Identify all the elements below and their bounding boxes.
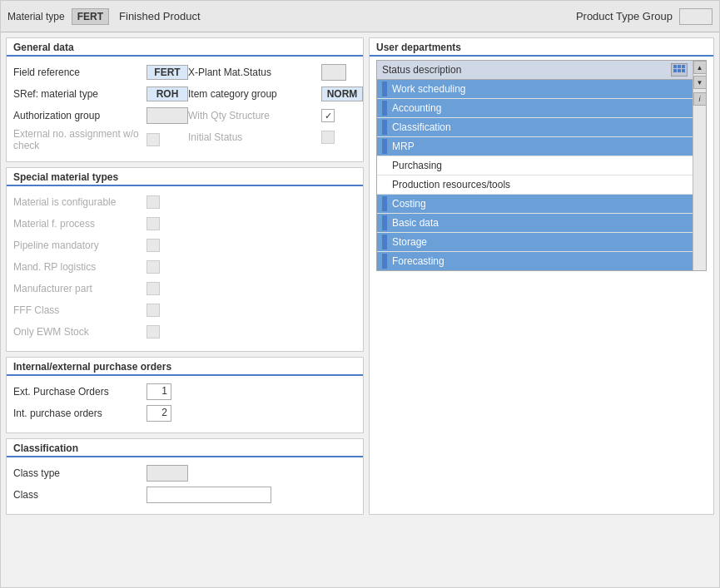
item-category-value[interactable]: NORM [321, 86, 363, 101]
special-label-1: Material f. process [13, 218, 146, 230]
internal-external-body: Ext. Purchase Orders 1 Int. purchase ord… [7, 379, 363, 432]
special-checkbox-2[interactable] [146, 239, 160, 252]
auth-group-field[interactable] [146, 107, 188, 124]
special-item-4: Manufacturer part [13, 279, 356, 298]
class-type-row: Class type [13, 464, 356, 482]
material-type-label: Material type [7, 11, 65, 22]
special-item-2: Pipeline mandatory [13, 236, 356, 254]
general-data-section: General data Field reference FERT SRef: … [6, 37, 364, 162]
with-qty-label: With Qty Structure [188, 110, 321, 121]
dept-item-storage[interactable]: Storage [377, 233, 693, 252]
special-checkbox-5[interactable] [146, 304, 160, 317]
dept-label-storage: Storage [392, 236, 427, 248]
dept-indicator [382, 177, 387, 192]
initial-status-label: Initial Status [188, 131, 321, 143]
class-type-field[interactable] [146, 465, 188, 482]
xplant-field[interactable] [321, 64, 346, 81]
dept-indicator [382, 139, 387, 154]
dept-header-row: Status description [377, 61, 693, 80]
dept-indicator [382, 254, 387, 269]
class-field[interactable] [146, 487, 271, 503]
special-label-2: Pipeline mandatory [13, 240, 146, 251]
header-bar: Material type FERT Finished Product Prod… [1, 1, 719, 32]
initial-status-checkbox[interactable] [321, 131, 335, 144]
general-data-form: Field reference FERT SRef: material type… [13, 63, 356, 155]
field-reference-label: Field reference [13, 67, 146, 78]
dept-indicator [382, 235, 387, 250]
dept-label-basic-data: Basic data [392, 217, 439, 229]
user-departments-section: User departments Status description [369, 37, 714, 515]
special-material-types-section: Special material types Material is confi… [6, 167, 364, 352]
svg-rect-0 [673, 65, 677, 68]
svg-rect-2 [682, 65, 685, 68]
dept-label-accounting: Accounting [392, 102, 441, 114]
dept-item-forecasting[interactable]: Forecasting [377, 252, 693, 270]
user-departments-title: User departments [370, 38, 713, 57]
dept-label-mrp: MRP [392, 141, 415, 152]
auth-group-label: Authorization group [13, 110, 146, 121]
dept-item-purchasing[interactable]: Purchasing [377, 156, 693, 175]
with-qty-checkbox[interactable] [321, 109, 335, 122]
special-checkbox-4[interactable] [146, 282, 160, 295]
sref-row: SRef: material type ROH [13, 85, 181, 103]
sref-value[interactable]: ROH [146, 86, 188, 101]
dept-item-mrp[interactable]: MRP [377, 137, 693, 156]
special-item-6: Only EWM Stock [13, 323, 356, 341]
dept-label-work-scheduling: Work scheduling [392, 83, 466, 95]
left-column: General data Field reference FERT SRef: … [6, 37, 364, 515]
dept-label-forecasting: Forecasting [392, 255, 444, 267]
class-label: Class [13, 489, 146, 501]
special-label-3: Mand. RP logistics [13, 261, 146, 273]
dept-item-production-resources[interactable]: Production resources/tools [377, 175, 693, 195]
ext-purchase-label: Ext. Purchase Orders [13, 386, 146, 398]
classification-section: Classification Class type Class [6, 438, 364, 515]
special-checkbox-0[interactable] [146, 195, 160, 209]
class-type-label: Class type [13, 467, 146, 479]
svg-rect-3 [673, 69, 677, 72]
dept-header-label: Status description [382, 64, 461, 76]
dept-label-purchasing: Purchasing [392, 160, 442, 171]
dept-label-classification: Classification [392, 121, 451, 133]
product-type-group-field[interactable] [679, 8, 713, 25]
ext-no-checkbox[interactable] [146, 133, 160, 146]
scroll-down-btn[interactable]: ▼ [693, 76, 707, 89]
dept-header-icon[interactable] [671, 63, 688, 77]
main-container: Material type FERT Finished Product Prod… [0, 0, 720, 588]
dept-list-items: Status description [377, 61, 693, 270]
special-item-3: Mand. RP logistics [13, 258, 356, 276]
dept-item-basic-data[interactable]: Basic data [377, 214, 693, 233]
dept-scrollbar: ▲ ▼ i [693, 61, 706, 270]
special-label-6: Only EWM Stock [13, 326, 146, 338]
special-item-1: Material f. process [13, 215, 356, 233]
dept-item-costing[interactable]: Costing [377, 195, 693, 214]
classification-title: Classification [7, 439, 363, 457]
dept-label-production-resources: Production resources/tools [392, 179, 510, 190]
with-qty-row: With Qty Structure [188, 106, 356, 125]
initial-status-row: Initial Status [188, 128, 356, 146]
ext-no-row: External no. assignment w/o check [13, 128, 181, 151]
dept-item-accounting[interactable]: Accounting [377, 99, 693, 118]
special-checkbox-3[interactable] [146, 260, 160, 274]
general-data-left: Field reference FERT SRef: material type… [13, 63, 181, 155]
svg-rect-5 [682, 69, 685, 72]
special-checkbox-1[interactable] [146, 217, 160, 230]
special-label-4: Manufacturer part [13, 283, 146, 294]
dept-item-work-scheduling[interactable]: Work scheduling [377, 80, 693, 99]
scroll-up-btn[interactable]: ▲ [693, 61, 707, 74]
ext-no-label: External no. assignment w/o check [13, 128, 146, 151]
int-purchase-value[interactable]: 2 [146, 405, 171, 422]
scroll-info-btn[interactable]: i [693, 92, 707, 106]
special-checkbox-6[interactable] [146, 325, 160, 338]
dept-indicator [382, 196, 387, 211]
svg-rect-4 [678, 69, 681, 72]
dept-label-costing: Costing [392, 198, 426, 210]
dept-indicator [382, 158, 387, 173]
field-reference-value[interactable]: FERT [146, 65, 188, 80]
ext-purchase-value[interactable]: 1 [146, 383, 171, 400]
content-area: General data Field reference FERT SRef: … [1, 32, 719, 520]
dept-indicator [382, 120, 387, 135]
class-row: Class [13, 486, 356, 504]
item-category-row: Item category group NORM [188, 85, 356, 103]
dept-item-classification[interactable]: Classification [377, 118, 693, 137]
internal-external-section: Internal/external purchase orders Ext. P… [6, 357, 364, 433]
